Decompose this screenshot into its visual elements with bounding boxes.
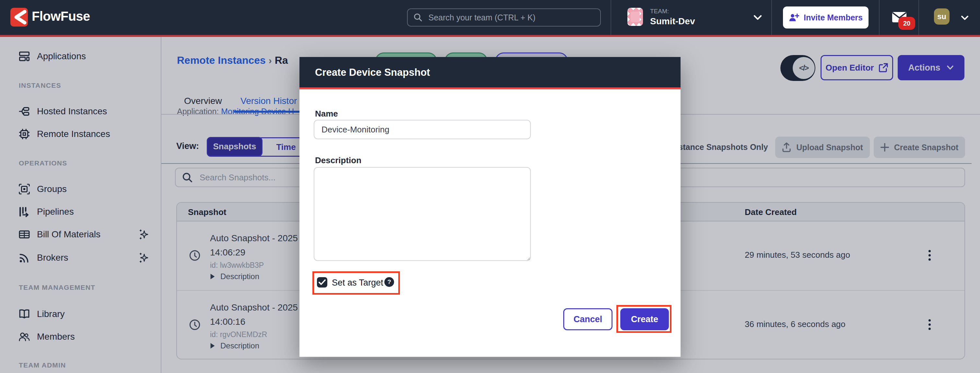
- team-chevron-down-icon[interactable]: [753, 14, 762, 21]
- name-label: Name: [315, 109, 338, 119]
- team-label: TEAM:: [650, 8, 669, 15]
- annotation-box-set-as-target: [312, 271, 400, 295]
- snapshot-name-input[interactable]: [314, 120, 531, 139]
- header-divider: [918, 0, 919, 35]
- team-name[interactable]: Sumit-Dev: [650, 16, 695, 27]
- annotation-box-create: [616, 305, 671, 333]
- invite-members-label: Invite Members: [804, 13, 863, 22]
- user-plus-icon: [789, 13, 799, 22]
- team-search[interactable]: [407, 8, 601, 27]
- app-window: FlowFuse TEAM: Sumit-Dev Invite Members: [0, 0, 980, 373]
- invite-members-button[interactable]: Invite Members: [783, 6, 869, 29]
- cancel-button[interactable]: Cancel: [563, 308, 612, 330]
- user-avatar[interactable]: su: [934, 8, 950, 25]
- user-chevron-down-icon[interactable]: [961, 15, 969, 21]
- logo-wordmark[interactable]: FlowFuse: [32, 9, 90, 24]
- search-icon: [414, 13, 423, 22]
- header-divider: [771, 0, 772, 35]
- header-divider: [879, 0, 880, 35]
- header-divider: [611, 0, 611, 35]
- top-navbar: FlowFuse TEAM: Sumit-Dev Invite Members: [0, 0, 980, 35]
- snapshot-description-textarea[interactable]: [314, 167, 531, 261]
- notification-badge: 20: [898, 17, 915, 30]
- flowfuse-logo-icon[interactable]: [10, 8, 28, 27]
- description-label: Description: [315, 156, 361, 165]
- modal-title: Create Device Snapshot: [315, 67, 430, 78]
- team-search-input[interactable]: [427, 12, 594, 23]
- team-avatar[interactable]: [627, 8, 643, 26]
- modal-header: Create Device Snapshot: [299, 57, 681, 89]
